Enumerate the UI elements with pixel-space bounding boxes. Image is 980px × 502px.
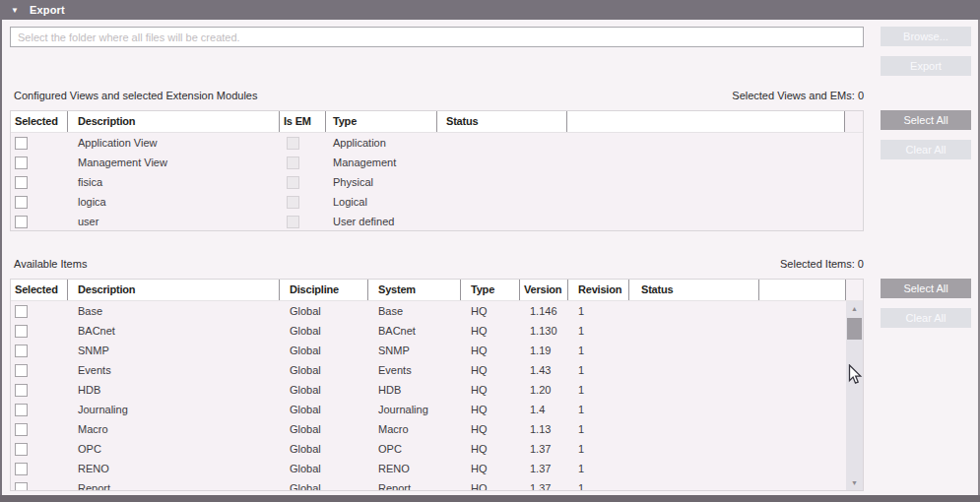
row-select-checkbox[interactable] <box>15 137 28 150</box>
row-select-checkbox[interactable] <box>15 364 28 377</box>
column-header-type[interactable]: Type <box>326 111 437 132</box>
scrollbar-thumb[interactable] <box>847 318 862 340</box>
row-select-checkbox[interactable] <box>15 325 28 338</box>
row-system: BACnet <box>368 325 461 337</box>
row-system: Report <box>368 482 461 490</box>
row-system: Events <box>368 364 461 376</box>
views-select-all-button[interactable]: Select All <box>881 110 971 130</box>
row-type: HQ <box>461 325 520 337</box>
table-row[interactable]: Base Global Base HQ 1.146 1 <box>11 301 863 321</box>
export-button[interactable]: Export <box>881 56 971 76</box>
column-header-description[interactable]: Description <box>68 280 280 300</box>
header-stub <box>846 280 863 300</box>
row-discipline: Global <box>280 404 368 415</box>
table-row[interactable]: Journaling Global Journaling HQ 1.4 1 <box>11 400 863 419</box>
row-description: fisica <box>68 176 280 188</box>
table-row[interactable]: logica Logical <box>11 192 863 212</box>
column-header-status[interactable]: Status <box>629 280 759 300</box>
items-select-all-button[interactable]: Select All <box>881 279 971 298</box>
header-stub <box>845 111 863 132</box>
table-row[interactable]: Report Global Report HQ 1.37 1 <box>11 478 863 490</box>
table-row[interactable]: RENO Global RENO HQ 1.37 1 <box>11 459 863 478</box>
row-revision: 1 <box>568 482 629 490</box>
column-header-type[interactable]: Type <box>461 280 520 300</box>
column-header-status[interactable]: Status <box>437 111 567 132</box>
table-row[interactable]: user User defined <box>11 212 863 231</box>
views-section-title: Configured Views and selected Extension … <box>14 90 257 101</box>
table-row[interactable]: SNMP Global SNMP HQ 1.19 1 <box>11 341 863 360</box>
row-select-checkbox[interactable] <box>15 305 28 318</box>
folder-path-input[interactable] <box>10 27 864 47</box>
row-revision: 1 <box>568 463 629 474</box>
row-select-checkbox[interactable] <box>15 423 28 436</box>
row-select-checkbox[interactable] <box>15 157 28 169</box>
row-description: HDB <box>68 384 280 396</box>
column-header-description[interactable]: Description <box>68 111 280 132</box>
row-revision: 1 <box>568 423 629 435</box>
row-select-checkbox[interactable] <box>15 384 28 397</box>
row-discipline: Global <box>280 482 368 490</box>
table-row[interactable]: fisica Physical <box>11 172 863 192</box>
row-version: 1.20 <box>520 384 568 396</box>
row-description: user <box>68 216 280 227</box>
row-select-checkbox[interactable] <box>15 482 28 491</box>
row-select-checkbox[interactable] <box>15 345 28 357</box>
row-version: 1.37 <box>520 463 568 474</box>
row-type: HQ <box>461 463 520 474</box>
row-description: Journaling <box>68 404 280 415</box>
column-header-revision[interactable]: Revision <box>568 280 629 300</box>
views-clear-all-button[interactable]: Clear All <box>881 140 971 159</box>
is-em-checkbox <box>287 196 299 209</box>
row-version: 1.146 <box>520 305 568 317</box>
row-revision: 1 <box>568 443 629 455</box>
export-panel-header[interactable]: ▼ Export <box>0 0 980 20</box>
row-description: Base <box>68 305 280 317</box>
scroll-down-icon[interactable]: ▼ <box>846 475 863 490</box>
table-row[interactable]: Application View Application <box>11 133 863 153</box>
row-version: 1.37 <box>520 443 568 455</box>
row-revision: 1 <box>568 404 629 415</box>
browse-button[interactable]: Browse... <box>881 27 971 46</box>
column-header-discipline[interactable]: Discipline <box>280 280 368 300</box>
row-type: HQ <box>461 404 520 415</box>
column-header-version[interactable]: Version <box>520 280 568 300</box>
row-type: HQ <box>461 482 520 490</box>
column-header-selected[interactable]: Selected <box>11 111 68 132</box>
is-em-checkbox <box>287 157 299 169</box>
is-em-checkbox <box>287 176 299 189</box>
row-discipline: Global <box>280 423 368 435</box>
views-table: Selected Description Is EM Type Status A… <box>10 110 864 231</box>
row-select-checkbox[interactable] <box>15 196 28 209</box>
table-row[interactable]: Management View Management <box>11 153 863 172</box>
row-select-checkbox[interactable] <box>15 404 28 416</box>
row-version: 1.37 <box>520 482 568 490</box>
items-section-title: Available Items <box>14 258 87 270</box>
export-panel: ▼ Export Browse... Export Configured Vie… <box>0 0 980 502</box>
collapse-triangle-icon[interactable]: ▼ <box>11 6 19 15</box>
row-description: Events <box>68 364 280 376</box>
row-revision: 1 <box>568 305 629 317</box>
row-type: HQ <box>461 384 520 396</box>
row-type: HQ <box>461 345 520 356</box>
column-header-selected[interactable]: Selected <box>11 280 68 300</box>
items-selected-count: Selected Items: 0 <box>780 258 864 270</box>
row-discipline: Global <box>280 443 368 455</box>
scroll-up-icon[interactable]: ▲ <box>846 301 863 316</box>
vertical-scrollbar[interactable]: ▲ ▼ <box>846 301 863 490</box>
row-version: 1.43 <box>520 364 568 376</box>
column-header-system[interactable]: System <box>368 280 461 300</box>
row-version: 1.19 <box>520 345 568 356</box>
table-row[interactable]: Macro Global Macro HQ 1.13 1 <box>11 419 863 439</box>
items-clear-all-button[interactable]: Clear All <box>881 308 971 328</box>
table-row[interactable]: HDB Global HDB HQ 1.20 1 <box>11 380 863 400</box>
table-row[interactable]: BACnet Global BACnet HQ 1.130 1 <box>11 321 863 341</box>
row-select-checkbox[interactable] <box>15 176 28 189</box>
table-row[interactable]: Events Global Events HQ 1.43 1 <box>11 360 863 380</box>
row-system: Journaling <box>368 404 461 415</box>
table-row[interactable]: OPC Global OPC HQ 1.37 1 <box>11 439 863 459</box>
row-select-checkbox[interactable] <box>15 216 28 228</box>
row-select-checkbox[interactable] <box>15 443 28 456</box>
column-header-is-em[interactable]: Is EM <box>280 111 326 132</box>
row-select-checkbox[interactable] <box>15 463 28 475</box>
column-header-filler <box>567 111 845 132</box>
